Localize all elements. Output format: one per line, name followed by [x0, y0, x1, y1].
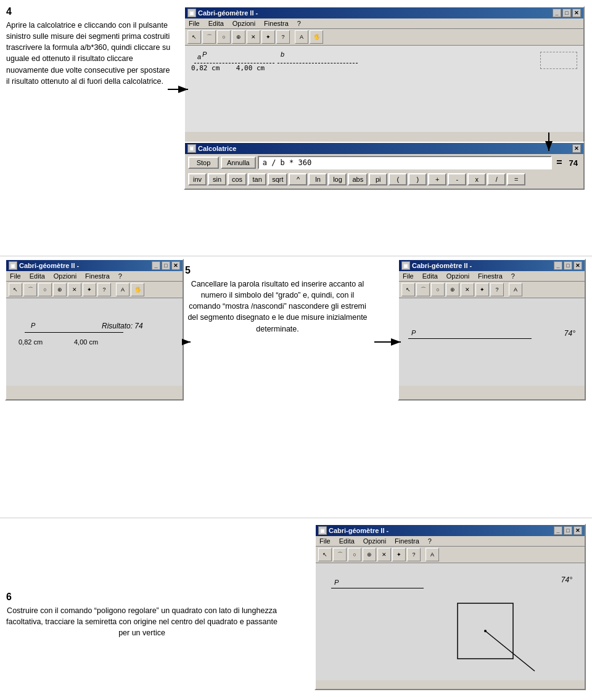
cabri1-tool-5[interactable]: ✕: [247, 30, 260, 44]
cabri1-tool-8[interactable]: A: [295, 30, 308, 44]
cabri1-menu-edita[interactable]: Edita: [207, 19, 225, 28]
cabri2-tool-6[interactable]: ✦: [83, 283, 96, 296]
cabri1-minimize[interactable]: _: [553, 9, 561, 17]
cabri2-tool-9[interactable]: 🖐: [131, 283, 144, 296]
cabri2-menu-help[interactable]: ?: [117, 272, 123, 280]
cabri3-menu-edita[interactable]: Edita: [421, 272, 439, 280]
calc-btn-divide[interactable]: /: [487, 173, 506, 185]
cabri2-tool-2[interactable]: ⌒: [23, 283, 37, 296]
cabri4-menu-finestra[interactable]: Finestra: [393, 537, 421, 545]
calc-btn-tan[interactable]: tan: [248, 173, 266, 185]
calc-btn-pi[interactable]: pi: [369, 173, 387, 185]
cabri3-menu-opzioni[interactable]: Opzioni: [445, 272, 471, 280]
calc-btn-power[interactable]: ^: [289, 173, 307, 185]
calc-btn-inv[interactable]: inv: [188, 173, 207, 185]
cabri3-menu-finestra[interactable]: Finestra: [477, 272, 504, 280]
cabri1-canvas[interactable]: a P b 0,82 cm 4,00 cm: [185, 46, 583, 132]
cabri1-tool-9[interactable]: 🖐: [310, 30, 323, 44]
cabri1-tool-2[interactable]: ⌒: [202, 30, 216, 44]
cabri2-tool-8[interactable]: A: [116, 283, 130, 296]
cabri4-titlebar[interactable]: ▣ Cabri-géomètre II - _ □ ✕: [316, 525, 585, 536]
cabri4-maximize[interactable]: □: [564, 526, 572, 535]
cabri3-tool-3[interactable]: ○: [431, 283, 445, 296]
cabri2-menu-opzioni[interactable]: Opzioni: [52, 272, 78, 280]
cabri1-menu-file[interactable]: File: [187, 19, 201, 28]
cabri4-canvas[interactable]: P 74°: [316, 563, 585, 680]
cabri4-tool-2[interactable]: ⌒: [333, 548, 347, 561]
calc-btn-closeparen[interactable]: ): [408, 173, 427, 185]
cabri4-menu-help[interactable]: ?: [427, 537, 433, 545]
cabri2-tool-4[interactable]: ⊕: [53, 283, 67, 296]
cabri2-tool-1[interactable]: ↖: [9, 283, 22, 296]
cabri1-menu-help[interactable]: ?: [296, 19, 302, 28]
cabri4-tool-3[interactable]: ○: [348, 548, 361, 561]
cabri1-close[interactable]: ✕: [572, 9, 581, 17]
cabri1-tool-1[interactable]: ↖: [187, 30, 201, 44]
cabri2-menu-finestra[interactable]: Finestra: [84, 272, 111, 280]
calc-btn-sqrt[interactable]: sqrt: [268, 173, 287, 185]
calc-btn-openparen[interactable]: (: [388, 173, 407, 185]
calc-btn-multiply[interactable]: x: [467, 173, 486, 185]
cabri3-close[interactable]: ✕: [574, 261, 582, 270]
cabri1-tool-3[interactable]: ○: [217, 30, 231, 44]
cabri4-tool-7[interactable]: ?: [407, 548, 421, 561]
cabri2-canvas[interactable]: P 0,82 cm 4,00 cm Risultato: 74: [6, 298, 183, 386]
cabri2-tool-5[interactable]: ✕: [68, 283, 81, 296]
calcolatrice-window: 🖩 Calcolatrice ✕ Stop Annulla a / b * 36…: [184, 142, 585, 190]
calc-btn-cos[interactable]: cos: [228, 173, 247, 185]
cabri4-tool-1[interactable]: ↖: [318, 548, 332, 561]
cabri3-maximize[interactable]: □: [564, 261, 572, 270]
arrow-s5-to-cabri3: [373, 336, 404, 348]
cabri2-tool-3[interactable]: ○: [38, 283, 52, 296]
cabri1-titlebar[interactable]: ▣ Cabri-géomètre II - _ □ ✕: [185, 7, 583, 18]
cabri3-tool-7[interactable]: ?: [490, 283, 504, 296]
cabri4-tool-5[interactable]: ✕: [377, 548, 391, 561]
cabri4-close[interactable]: ✕: [574, 526, 582, 535]
cabri3-tool-5[interactable]: ✕: [461, 283, 474, 296]
cabri3-titlebar[interactable]: ▣ Cabri-géomètre II - _ □ ✕: [399, 260, 585, 271]
cabri4-menu-opzioni[interactable]: Opzioni: [362, 537, 387, 545]
cabri1-tool-7[interactable]: ?: [276, 30, 290, 44]
calc-btn-equals2[interactable]: =: [507, 173, 525, 185]
calc-titlebar[interactable]: 🖩 Calcolatrice ✕: [185, 143, 583, 154]
calc-btn-abs[interactable]: abs: [348, 173, 368, 185]
calc-display[interactable]: a / b * 360: [258, 156, 552, 169]
cabri3-minimize[interactable]: _: [554, 261, 562, 270]
calc-close[interactable]: ✕: [572, 144, 581, 153]
calc-btn-plus[interactable]: +: [428, 173, 446, 185]
calc-stop-button[interactable]: Stop: [188, 157, 219, 169]
cabri4-menu-file[interactable]: File: [318, 537, 332, 545]
cabri3-tool-6[interactable]: ✦: [475, 283, 489, 296]
calc-annulla-button[interactable]: Annulla: [221, 157, 256, 169]
cabri3-menu-file[interactable]: File: [401, 272, 415, 280]
cabri2-close[interactable]: ✕: [171, 261, 180, 270]
cabri4-minimize[interactable]: _: [554, 526, 562, 535]
cabri3-menu-help[interactable]: ?: [510, 272, 516, 280]
calc-btn-log[interactable]: log: [328, 173, 347, 185]
cabri4-tool-6[interactable]: ✦: [392, 548, 406, 561]
cabri2-minimize[interactable]: _: [152, 261, 160, 270]
cabri3-tool-1[interactable]: ↖: [401, 283, 415, 296]
cabri1-menu-opzioni[interactable]: Opzioni: [231, 19, 257, 28]
cabri2-menu-file[interactable]: File: [9, 272, 22, 280]
calc-btn-ln[interactable]: ln: [308, 173, 327, 185]
calc-btn-sin[interactable]: sin: [208, 173, 226, 185]
cabri2-titlebar[interactable]: ▣ Cabri-géomètre II - _ □ ✕: [6, 260, 183, 271]
arrow-cabri2-to-s5: [182, 336, 193, 348]
cabri4-tool-a[interactable]: A: [426, 548, 439, 561]
cabri3-canvas[interactable]: P 74°: [399, 298, 585, 386]
calc-btn-minus[interactable]: -: [448, 173, 466, 185]
cabri3-tool-2[interactable]: ⌒: [416, 283, 430, 296]
cabri4-tool-4[interactable]: ⊕: [363, 548, 376, 561]
cabri3-tool-a[interactable]: A: [509, 283, 522, 296]
cabri1-tool-4[interactable]: ⊕: [232, 30, 245, 44]
divider1: [0, 256, 592, 256]
cabri2-maximize[interactable]: □: [162, 261, 170, 270]
cabri2-menu-edita[interactable]: Edita: [28, 272, 46, 280]
cabri2-tool-7[interactable]: ?: [97, 283, 111, 296]
cabri4-menu-edita[interactable]: Edita: [338, 537, 356, 545]
cabri3-tool-4[interactable]: ⊕: [446, 283, 459, 296]
cabri1-menu-finestra[interactable]: Finestra: [263, 19, 290, 28]
cabri1-tool-6[interactable]: ✦: [261, 30, 275, 44]
cabri1-maximize[interactable]: □: [562, 9, 571, 17]
